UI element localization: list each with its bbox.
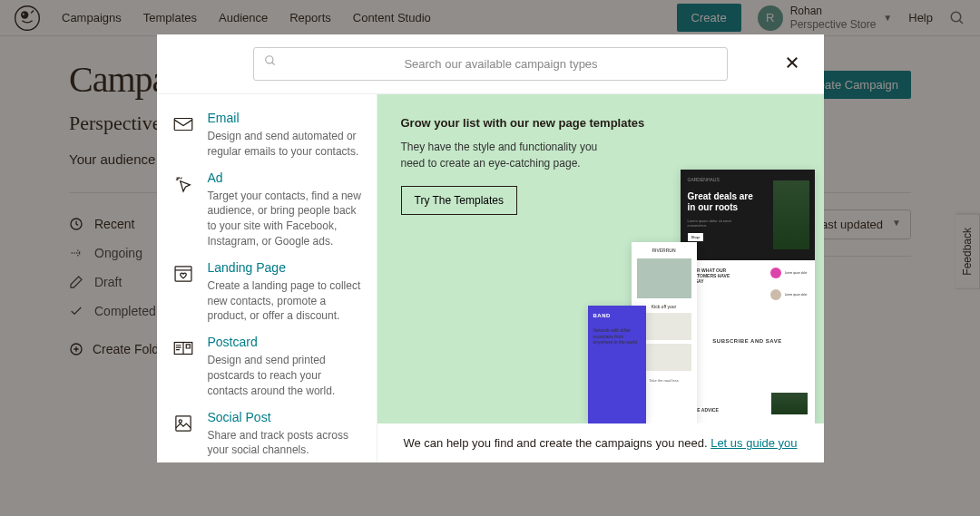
- template-preview-3: BAND Network with other musicians from a…: [588, 306, 646, 424]
- templates-preview: GARDENHAUS Great deals are in our roots …: [552, 170, 824, 424]
- envelope-icon: [172, 112, 195, 136]
- template-headline: Great deals are in our roots: [688, 191, 760, 213]
- template-image: [637, 258, 691, 298]
- search-icon: [264, 54, 277, 67]
- campaign-type-landing-page[interactable]: Landing PageCreate a landing page to col…: [172, 255, 377, 329]
- template-brand: RIVERRUN: [637, 248, 691, 253]
- template-subscribe: SUBSCRIBE AND SAVE: [688, 338, 808, 344]
- cursor-click-icon: [172, 172, 195, 196]
- svg-rect-12: [175, 415, 190, 430]
- type-desc: Design and send automated or regular ema…: [208, 129, 364, 160]
- type-title: Postcard: [208, 335, 364, 349]
- template-testimonial: Lorem ipsum dolor: [770, 268, 808, 278]
- template-body: Network with other musicians from anywhe…: [593, 327, 639, 346]
- modal-overlay[interactable]: EmailDesign and send automated or regula…: [0, 0, 980, 516]
- campaign-types-list[interactable]: EmailDesign and send automated or regula…: [157, 94, 377, 462]
- try-templates-button[interactable]: Try The Templates: [401, 186, 517, 215]
- create-campaign-modal: EmailDesign and send automated or regula…: [157, 34, 824, 462]
- close-icon: [784, 54, 800, 71]
- browser-heart-icon: [172, 262, 195, 286]
- close-button[interactable]: [780, 51, 804, 77]
- template-preview-1: GARDENHAUS Great deals are in our roots …: [681, 170, 815, 424]
- template-lower: HEAR WHAT OUR CUSTOMERS HAVE TO SAY Lore…: [681, 260, 815, 424]
- svg-line-8: [271, 63, 274, 65]
- type-desc: Target your contacts, find a new audienc…: [208, 189, 364, 249]
- postcard-icon: [172, 336, 195, 360]
- type-title: Social Post: [208, 410, 364, 424]
- modal-footer: We can help you find and create the camp…: [377, 424, 824, 462]
- type-title: Ad: [208, 170, 364, 185]
- type-desc: Design and send printed postcards to rea…: [208, 353, 364, 398]
- campaign-type-social-post[interactable]: Social PostShare and track posts across …: [172, 404, 377, 462]
- template-image: [771, 393, 808, 414]
- type-desc: Create a landing page to collect new con…: [208, 278, 364, 324]
- promo-body: They have the style and functionality yo…: [401, 139, 601, 171]
- template-brand: BAND: [593, 313, 641, 318]
- modal-right-panel: Grow your list with our new page templat…: [377, 94, 824, 462]
- image-icon: [172, 412, 195, 435]
- template-sub: Lorem ipsum dolor sit amet consectetur.: [688, 219, 751, 228]
- svg-point-7: [265, 56, 272, 63]
- footer-text: We can help you find and create the camp…: [403, 436, 710, 450]
- promo-panel: Grow your list with our new page templat…: [377, 94, 824, 424]
- type-title: Landing Page: [208, 260, 364, 275]
- template-btn: Shop: [688, 233, 703, 241]
- campaign-type-email[interactable]: EmailDesign and send automated or regula…: [172, 105, 377, 165]
- let-us-guide-you-link[interactable]: Let us guide you: [710, 436, 797, 450]
- type-title: Email: [208, 111, 364, 125]
- template-image: [773, 180, 809, 249]
- campaign-type-ad[interactable]: AdTarget your contacts, find a new audie…: [172, 165, 377, 255]
- campaign-type-search-input[interactable]: [253, 47, 728, 81]
- svg-rect-9: [174, 119, 192, 131]
- template-testimonial: Lorem ipsum dolor: [770, 289, 808, 300]
- campaign-type-postcard[interactable]: PostcardDesign and send printed postcard…: [172, 329, 377, 404]
- svg-point-13: [179, 420, 181, 423]
- type-desc: Share and track posts across your social…: [208, 428, 364, 459]
- modal-body: EmailDesign and send automated or regula…: [157, 93, 824, 462]
- modal-search-row: [157, 34, 824, 93]
- promo-heading: Grow your list with our new page templat…: [401, 116, 800, 130]
